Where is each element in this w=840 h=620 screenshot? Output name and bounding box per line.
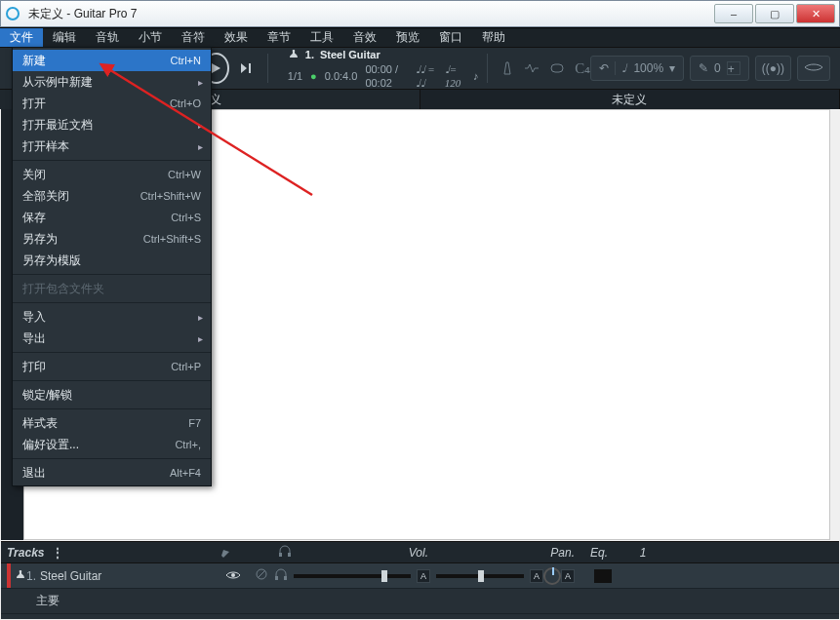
- skip-end-icon[interactable]: [235, 55, 258, 82]
- toolbar-mode-icons: C₄: [500, 59, 590, 77]
- pen-value: 0: [714, 61, 721, 75]
- menu-编辑[interactable]: 编辑: [43, 28, 86, 47]
- menu-item-样式表[interactable]: 样式表F7: [13, 412, 211, 434]
- tracks-label: Tracks: [7, 546, 44, 560]
- zoom-dropdown-icon[interactable]: ▾: [669, 61, 675, 75]
- metronome-icon[interactable]: [500, 60, 514, 76]
- track-segment-block[interactable]: [594, 569, 612, 583]
- track-instrument-icon: [288, 48, 300, 62]
- time-signature-icon[interactable]: C₄: [575, 59, 590, 77]
- menu-item-偏好设置...[interactable]: 偏好设置...Ctrl+,: [13, 434, 211, 455]
- window-titlebar: 未定义 - Guitar Pro 7 – ▢ ✕: [0, 0, 840, 27]
- menu-item-全部关闭[interactable]: 全部关闭Ctrl+Shift+W: [13, 185, 211, 207]
- menu-预览[interactable]: 预览: [386, 28, 429, 47]
- track-edit-icon[interactable]: [220, 544, 278, 561]
- menu-item-打开样本[interactable]: 打开样本▸: [13, 136, 211, 157]
- tab-1[interactable]: 未定义: [420, 90, 841, 109]
- svg-rect-1: [551, 64, 563, 72]
- window-close-button[interactable]: ✕: [796, 4, 835, 23]
- pan-label: Pan.: [428, 546, 575, 560]
- swing-indicator: ♩♩ = ♩♩: [416, 62, 437, 90]
- menu-音符[interactable]: 音符: [172, 28, 215, 47]
- bar-position: 1/1: [288, 69, 302, 83]
- undo-icon[interactable]: ↶: [599, 61, 609, 75]
- loop-icon[interactable]: [549, 61, 565, 75]
- ch-label: 1: [623, 546, 662, 560]
- guitar-neck-icon: [804, 61, 823, 75]
- broadcast-button[interactable]: ((●)): [755, 56, 791, 81]
- menu-章节[interactable]: 章节: [258, 28, 300, 47]
- menu-item-打开包含文件夹: 打开包含文件夹: [13, 278, 211, 299]
- svg-rect-7: [275, 576, 278, 580]
- menu-bar: 文件编辑音轨小节音符效果章节工具音效预览窗口帮助: [0, 27, 840, 47]
- menu-工具[interactable]: 工具: [300, 28, 343, 47]
- track-secondary-name: 主要: [36, 593, 221, 609]
- svg-rect-2: [279, 553, 282, 557]
- tracks-menu-icon[interactable]: ⋮: [52, 546, 65, 560]
- file-menu-dropdown: 新建Ctrl+N从示例中新建▸打开Ctrl+O打开最近文档▸打开样本▸关闭Ctr…: [12, 47, 212, 486]
- broadcast-icon: ((●)): [762, 61, 784, 75]
- pen-tool-box[interactable]: ✎ 0 +: [690, 56, 749, 81]
- pen-icon: ✎: [699, 61, 708, 75]
- track-solo-headphones-icon[interactable]: [274, 567, 288, 584]
- app-icon: [5, 6, 20, 21]
- window-minimize-button[interactable]: –: [714, 4, 753, 23]
- track-index: 1.: [26, 569, 40, 583]
- menu-item-另存为模版[interactable]: 另存为模版: [13, 250, 211, 271]
- add-layer-icon[interactable]: +: [727, 61, 740, 75]
- menu-item-打开[interactable]: 打开Ctrl+O: [13, 93, 211, 114]
- track-row-secondary[interactable]: 主要: [1, 589, 839, 614]
- svg-point-0: [7, 8, 19, 19]
- menu-item-退出[interactable]: 退出Alt+F4: [13, 462, 211, 484]
- menu-item-打开最近文档[interactable]: 打开最近文档▸: [13, 114, 211, 136]
- menu-效果[interactable]: 效果: [215, 28, 258, 47]
- window-title: 未定义 - Guitar Pro 7: [26, 6, 714, 22]
- menu-帮助[interactable]: 帮助: [472, 28, 515, 47]
- menu-item-导入[interactable]: 导入▸: [13, 306, 211, 328]
- track-instrument-small-icon: [15, 568, 26, 583]
- eq-knob[interactable]: [543, 567, 561, 585]
- menu-文件[interactable]: 文件: [0, 28, 43, 47]
- automation-a1[interactable]: A: [417, 569, 430, 583]
- track-color-swatch: [7, 563, 11, 588]
- tempo-indicator: ♩= 120: [445, 62, 465, 90]
- pan-slider[interactable]: [436, 574, 524, 578]
- menu-item-另存为[interactable]: 另存为Ctrl+Shift+S: [13, 228, 211, 250]
- automation-a3[interactable]: A: [561, 569, 575, 583]
- zoom-value: 100%: [633, 61, 663, 75]
- track-mute-icon[interactable]: [255, 567, 268, 584]
- tracks-header: Tracks ⋮ Vol. Pan. Eq. 1: [1, 542, 839, 563]
- tempo-unit: ♪: [473, 69, 479, 83]
- track-name-cell: Steel Guitar: [40, 569, 225, 583]
- beat-position: 0.0:4.0: [325, 69, 358, 83]
- vol-label: Vol.: [292, 546, 428, 560]
- menu-item-新建[interactable]: 新建Ctrl+N: [13, 50, 211, 71]
- vol-slider[interactable]: [294, 574, 411, 578]
- menu-窗口[interactable]: 窗口: [429, 28, 472, 47]
- track-name: Steel Guitar: [320, 48, 380, 61]
- track-row[interactable]: 1. Steel Guitar A A A: [1, 563, 839, 589]
- menu-音效[interactable]: 音效: [343, 28, 386, 47]
- tracks-panel: Tracks ⋮ Vol. Pan. Eq. 1 1. Steel Guitar: [1, 541, 839, 619]
- note-value-icon[interactable]: ♩: [621, 61, 627, 76]
- automation-a2[interactable]: A: [530, 569, 543, 583]
- menu-音轨[interactable]: 音轨: [86, 28, 129, 47]
- tuner-icon[interactable]: [524, 61, 540, 75]
- menu-item-从示例中新建[interactable]: 从示例中新建▸: [13, 71, 211, 93]
- svg-rect-8: [284, 576, 287, 580]
- menu-item-导出[interactable]: 导出▸: [13, 328, 211, 349]
- menu-item-关闭[interactable]: 关闭Ctrl+W: [13, 164, 211, 185]
- window-maximize-button[interactable]: ▢: [755, 4, 794, 23]
- svg-line-6: [258, 570, 265, 578]
- track-headphones-icon[interactable]: [278, 544, 292, 561]
- menu-小节[interactable]: 小节: [129, 28, 172, 47]
- menu-item-打印[interactable]: 打印Ctrl+P: [13, 356, 211, 377]
- guitar-view-button[interactable]: [797, 56, 830, 81]
- svg-rect-3: [288, 553, 291, 557]
- undo-zoom-box[interactable]: ↶ ♩ 100% ▾: [590, 56, 684, 81]
- menu-item-保存[interactable]: 保存Ctrl+S: [13, 207, 211, 228]
- track-visible-icon[interactable]: [225, 569, 241, 583]
- menu-item-锁定/解锁[interactable]: 锁定/解锁: [13, 384, 211, 406]
- time-position: 00:00 / 00:02: [365, 62, 407, 90]
- svg-point-4: [231, 573, 235, 577]
